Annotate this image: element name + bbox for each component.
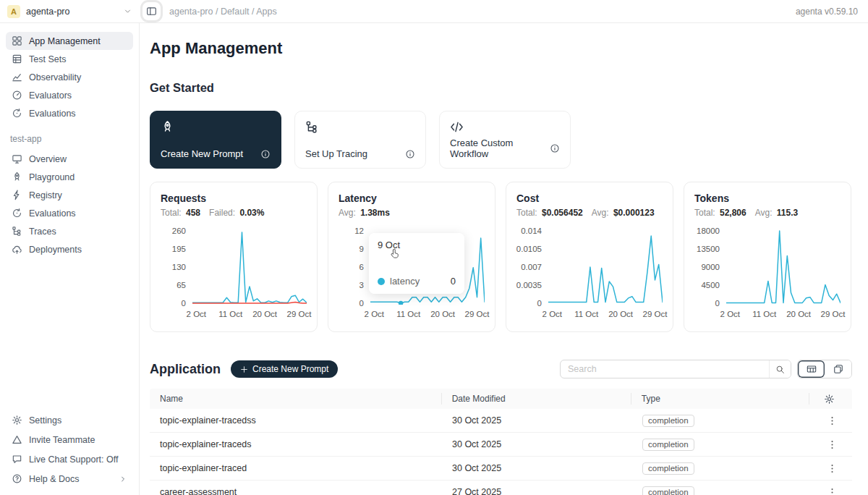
sidebar-item-registry[interactable]: Registry bbox=[6, 186, 133, 204]
sidebar-item-help-docs[interactable]: Help & Docs bbox=[6, 470, 133, 488]
x-tick-label: 20 Oct bbox=[608, 310, 633, 318]
cell-date-modified: 27 Oct 2025 bbox=[442, 487, 632, 495]
applications-table: NameDate ModifiedType topic-explainer-tr… bbox=[150, 389, 852, 495]
y-tick-label: 6 bbox=[359, 263, 364, 271]
table-row[interactable]: career-assessment27 Oct 2025completion bbox=[150, 481, 852, 495]
y-tick-label: 4500 bbox=[701, 281, 720, 289]
search-input[interactable] bbox=[561, 360, 769, 378]
chart-plot-area: 2 Oct11 Oct20 Oct29 Oct bbox=[548, 229, 663, 321]
table-row[interactable]: topic-explainer-tracedss30 Oct 2025compl… bbox=[150, 409, 852, 433]
workspace-selector[interactable]: A agenta-pro bbox=[0, 5, 140, 18]
sidebar-item-deployments[interactable]: Deployments bbox=[6, 240, 133, 258]
get-started-card-create-custom-workflow[interactable]: Create Custom Workflow bbox=[439, 111, 571, 169]
chevron-down-icon bbox=[123, 7, 132, 16]
table-view-button[interactable] bbox=[798, 360, 825, 378]
info-icon bbox=[550, 143, 560, 153]
search-icon bbox=[775, 365, 785, 374]
search-box bbox=[560, 360, 791, 378]
triangle-icon bbox=[12, 434, 22, 445]
cell-type: completion bbox=[632, 439, 811, 451]
sidebar-collapse-button[interactable] bbox=[142, 2, 161, 20]
sidebar-item-label: Deployments bbox=[29, 245, 82, 255]
hand-cursor-icon bbox=[389, 248, 401, 260]
cell-actions bbox=[811, 461, 852, 475]
x-axis-ticks: 2 Oct11 Oct20 Oct29 Oct bbox=[370, 310, 485, 321]
breadcrumb[interactable]: agenta-pro / Default / Apps bbox=[169, 7, 277, 17]
x-tick-label: 20 Oct bbox=[252, 310, 277, 318]
x-tick-label: 11 Oct bbox=[752, 310, 776, 318]
table-settings-button[interactable] bbox=[820, 393, 839, 405]
chart-plot-area: 2 Oct11 Oct20 Oct29 Oct bbox=[726, 229, 841, 321]
test-sets-icon bbox=[12, 54, 22, 64]
x-tick-label: 2 Oct bbox=[720, 310, 740, 318]
get-started-heading: Get Started bbox=[150, 81, 852, 95]
sidebar-item-traces[interactable]: Traces bbox=[6, 222, 133, 240]
sidebar-item-label: Evaluations bbox=[29, 208, 76, 219]
sidebar-item-evaluations[interactable]: Evaluations bbox=[6, 104, 133, 122]
sidebar-item-live-chat-support-off[interactable]: Live Chat Support: Off bbox=[6, 450, 133, 468]
more-options-icon bbox=[827, 463, 838, 474]
create-new-prompt-button[interactable]: Create New Prompt bbox=[231, 360, 338, 378]
sidebar: App ManagementTest SetsObservabilityEval… bbox=[0, 23, 140, 495]
chart-plot-area: 2 Oct11 Oct20 Oct29 Oct bbox=[192, 229, 307, 321]
y-tick-label: 13500 bbox=[697, 245, 720, 253]
sidebar-item-label: Invite Teammate bbox=[29, 435, 95, 445]
row-menu-button[interactable] bbox=[825, 413, 839, 428]
cell-name: topic-explainer-traceds bbox=[150, 439, 442, 449]
column-header-date-modified: Date Modified bbox=[441, 393, 631, 405]
chart-plot bbox=[548, 229, 663, 305]
column-header-name: Name bbox=[150, 393, 441, 405]
sidebar-item-settings[interactable]: Settings bbox=[6, 411, 133, 429]
x-axis-ticks: 2 Oct11 Oct20 Oct29 Oct bbox=[192, 310, 307, 321]
table-view-icon bbox=[807, 364, 817, 374]
y-tick-label: 12 bbox=[354, 227, 364, 235]
cell-name: topic-explainer-tracedss bbox=[150, 415, 442, 426]
main-content: App Management Get Started Create New Pr… bbox=[140, 23, 868, 495]
search-button[interactable] bbox=[769, 360, 791, 378]
chart-stats: Avg: 1.38ms bbox=[339, 208, 485, 218]
sidebar-item-playground[interactable]: Playground bbox=[6, 168, 133, 186]
cloud-icon bbox=[12, 244, 22, 255]
x-tick-label: 2 Oct bbox=[542, 310, 562, 318]
gear-icon bbox=[12, 415, 22, 426]
more-options-icon bbox=[827, 487, 838, 495]
card-view-icon bbox=[833, 364, 843, 374]
series-dot bbox=[378, 278, 385, 285]
sidebar-item-overview[interactable]: Overview bbox=[6, 150, 133, 168]
panel-icon bbox=[146, 6, 157, 17]
card-view-button[interactable] bbox=[825, 360, 851, 378]
get-started-card-set-up-tracing[interactable]: Set Up Tracing bbox=[294, 111, 426, 169]
table-row[interactable]: topic-explainer-traced30 Oct 2025complet… bbox=[150, 457, 852, 481]
sidebar-item-evaluators[interactable]: Evaluators bbox=[6, 86, 133, 104]
row-menu-button[interactable] bbox=[825, 485, 839, 495]
x-tick-label: 2 Oct bbox=[187, 310, 206, 318]
top-bar: A agenta-pro agenta-pro / Default / Apps… bbox=[0, 0, 868, 23]
sidebar-item-app-management[interactable]: App Management bbox=[6, 32, 133, 50]
table-row[interactable]: topic-explainer-traceds30 Oct 2025comple… bbox=[150, 433, 852, 457]
row-menu-button[interactable] bbox=[825, 461, 839, 475]
cell-type: completion bbox=[632, 486, 811, 495]
sidebar-item-test-sets[interactable]: Test Sets bbox=[6, 50, 133, 68]
y-axis-ticks: 260195130650 bbox=[161, 227, 192, 308]
cell-date-modified: 30 Oct 2025 bbox=[442, 415, 632, 426]
more-options-icon bbox=[827, 439, 838, 450]
cell-actions bbox=[811, 437, 852, 452]
x-tick-label: 2 Oct bbox=[365, 310, 384, 318]
tooltip-series-label: latency bbox=[390, 276, 420, 287]
cell-actions bbox=[811, 485, 852, 495]
refresh-icon bbox=[12, 108, 22, 119]
chart-stat: Avg: $0.000123 bbox=[592, 208, 655, 218]
row-menu-button[interactable] bbox=[825, 437, 839, 452]
chart-title: Tokens bbox=[694, 192, 841, 204]
cell-name: topic-explainer-traced bbox=[150, 463, 442, 473]
sidebar-item-evaluations[interactable]: Evaluations bbox=[6, 204, 133, 222]
sidebar-item-observability[interactable]: Observability bbox=[6, 68, 133, 86]
y-tick-label: 3 bbox=[359, 281, 364, 289]
sidebar-item-label: Live Chat Support: Off bbox=[29, 454, 118, 465]
get-started-card-create-new-prompt[interactable]: Create New Prompt bbox=[150, 111, 281, 169]
x-tick-label: 20 Oct bbox=[430, 310, 455, 318]
sidebar-item-invite-teammate[interactable]: Invite Teammate bbox=[6, 431, 133, 449]
app-version: agenta v0.59.10 bbox=[796, 7, 868, 17]
type-badge: completion bbox=[642, 439, 694, 451]
cell-type: completion bbox=[632, 462, 811, 475]
